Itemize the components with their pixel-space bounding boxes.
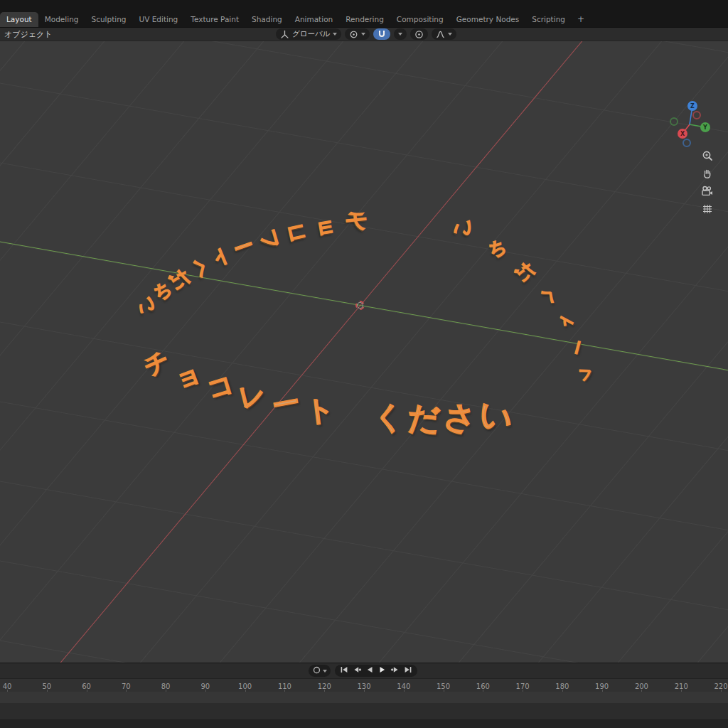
text-object-char[interactable]: レ bbox=[236, 380, 269, 412]
record-circle-icon bbox=[312, 664, 321, 678]
3d-viewport[interactable]: いさだくトーレコョチ いさだくトーレ チョコレートください XYZ bbox=[0, 41, 728, 663]
zoom-icon bbox=[701, 149, 714, 162]
text-object-char[interactable]: コ bbox=[203, 370, 237, 403]
hand-button[interactable] bbox=[700, 166, 715, 181]
orientation-label: グローバル bbox=[292, 29, 330, 39]
tab-scripting[interactable]: Scripting bbox=[525, 12, 572, 27]
timeline-tracks[interactable] bbox=[0, 692, 728, 728]
tab-geometry-nodes[interactable]: Geometry Nodes bbox=[450, 12, 526, 27]
timeline-header bbox=[0, 663, 728, 678]
jump-to-start-button[interactable] bbox=[338, 665, 350, 676]
snap-magnet-icon bbox=[378, 30, 386, 38]
chevron-down-icon bbox=[333, 33, 337, 36]
jump-to-end-button[interactable] bbox=[402, 665, 414, 676]
tab-compositing[interactable]: Compositing bbox=[390, 12, 450, 27]
grid-line bbox=[0, 476, 728, 663]
gizmo-axis-z-negative[interactable] bbox=[682, 139, 691, 147]
grid-line bbox=[0, 41, 728, 56]
playback-controls bbox=[309, 665, 417, 677]
text-object-char[interactable]: コ bbox=[283, 219, 309, 245]
text-object-char[interactable]: だ bbox=[513, 259, 537, 284]
grid-line bbox=[0, 41, 374, 663]
grid-line bbox=[108, 41, 728, 663]
tab-animation[interactable]: Animation bbox=[289, 12, 340, 27]
viewport-header: オブジェクト グローバル bbox=[0, 27, 728, 41]
summary-track[interactable] bbox=[0, 692, 728, 703]
snap-toggle-button[interactable] bbox=[373, 28, 390, 40]
view-navigation-gizmo[interactable]: XYZ bbox=[667, 102, 714, 149]
autokey-toggle[interactable] bbox=[309, 665, 331, 677]
text-object-char[interactable]: く bbox=[536, 284, 560, 308]
timeline-editor[interactable]: 4050607080901001101201301401501601701801… bbox=[0, 663, 728, 728]
workspace-tabs: LayoutModelingSculptingUV EditingTexture… bbox=[0, 0, 728, 27]
jump-to-next-keyframe-button[interactable] bbox=[390, 665, 401, 676]
text-object-char[interactable]: さ bbox=[441, 400, 478, 437]
text-object-char[interactable]: ョ bbox=[171, 359, 204, 392]
gizmo-axis-y-positive[interactable]: Y bbox=[700, 122, 710, 132]
play-reverse-button[interactable] bbox=[364, 665, 375, 676]
proportional-falloff-dropdown[interactable] bbox=[432, 28, 456, 40]
tab-sculpting[interactable]: Sculpting bbox=[85, 12, 132, 27]
play-button[interactable] bbox=[377, 665, 388, 676]
grid-line bbox=[0, 41, 135, 663]
chevron-down-icon bbox=[448, 33, 452, 36]
tab-shading[interactable]: Shading bbox=[245, 12, 289, 27]
tab-rendering[interactable]: Rendering bbox=[339, 12, 390, 27]
grid-line bbox=[0, 397, 728, 663]
header-controls: グローバル bbox=[276, 28, 456, 40]
pivot-point-icon bbox=[349, 30, 358, 39]
gizmo-axis-z-positive[interactable]: Z bbox=[687, 101, 697, 111]
grid-line bbox=[0, 41, 613, 663]
text-object-char[interactable]: ー bbox=[231, 234, 257, 259]
playback-button-group bbox=[335, 665, 417, 677]
text-object-char[interactable]: い bbox=[476, 397, 516, 436]
timeline-footer-strip bbox=[0, 719, 728, 728]
grid-line bbox=[0, 41, 692, 663]
object-mode-dropdown[interactable]: オブジェクト bbox=[4, 29, 53, 40]
text-object-char[interactable]: ト bbox=[303, 394, 336, 426]
text-object-char[interactable]: チ bbox=[343, 208, 368, 232]
text-object-char[interactable]: だ bbox=[407, 402, 441, 435]
zoom-button[interactable] bbox=[700, 148, 715, 164]
grid-line bbox=[0, 41, 728, 295]
text-object-char[interactable]: ー bbox=[569, 338, 587, 357]
text-object-char[interactable]: く bbox=[373, 402, 404, 432]
camera-view-icon bbox=[701, 185, 714, 198]
play-reverse-icon bbox=[365, 664, 375, 678]
text-object-char[interactable]: ト bbox=[555, 310, 576, 332]
grid-toggle-button[interactable] bbox=[700, 201, 715, 217]
play-icon bbox=[378, 664, 387, 678]
text-object-char[interactable]: ト bbox=[208, 244, 234, 269]
chevron-down-icon bbox=[323, 670, 327, 673]
transform-orientation-dropdown[interactable]: グローバル bbox=[276, 28, 341, 40]
frame-ruler[interactable]: 4050607080901001101201301401501601701801… bbox=[0, 678, 728, 692]
pivot-point-dropdown[interactable] bbox=[345, 28, 370, 40]
gizmo-axis-x-positive[interactable]: X bbox=[678, 129, 687, 139]
jump-to-prev-keyframe-button[interactable] bbox=[351, 665, 363, 676]
text-object-char[interactable]: レ bbox=[577, 368, 592, 382]
text-object-char[interactable]: ー bbox=[269, 387, 302, 420]
grid-toggle-icon bbox=[701, 203, 714, 215]
tab-modeling[interactable]: Modeling bbox=[38, 12, 85, 27]
proportional-editing-icon bbox=[414, 30, 424, 39]
chevron-down-icon bbox=[361, 33, 365, 36]
grid-line bbox=[0, 317, 728, 614]
chevron-down-icon bbox=[398, 33, 402, 36]
text-object-char[interactable]: さ bbox=[484, 237, 508, 261]
text-object-char[interactable]: い bbox=[451, 216, 473, 238]
text-object-char[interactable]: レ bbox=[256, 226, 282, 252]
3d-cursor[interactable] bbox=[355, 301, 365, 310]
tab-uv-editing[interactable]: UV Editing bbox=[133, 12, 185, 27]
proportional-falloff-icon bbox=[436, 30, 445, 39]
text-object-char[interactable]: ョ bbox=[312, 213, 338, 238]
tab-texture-paint[interactable]: Texture Paint bbox=[184, 12, 245, 27]
proportional-editing-toggle[interactable] bbox=[410, 28, 428, 40]
tab-layout[interactable]: Layout bbox=[0, 12, 38, 27]
gizmo-axis-x-negative[interactable] bbox=[692, 111, 701, 119]
grid-line bbox=[0, 41, 533, 663]
snap-settings-dropdown[interactable] bbox=[394, 28, 407, 40]
gizmo-axis-y-negative[interactable] bbox=[670, 117, 678, 126]
grid-line bbox=[0, 41, 454, 663]
add-workspace-button[interactable]: + bbox=[572, 12, 590, 27]
camera-view-button[interactable] bbox=[700, 183, 715, 199]
